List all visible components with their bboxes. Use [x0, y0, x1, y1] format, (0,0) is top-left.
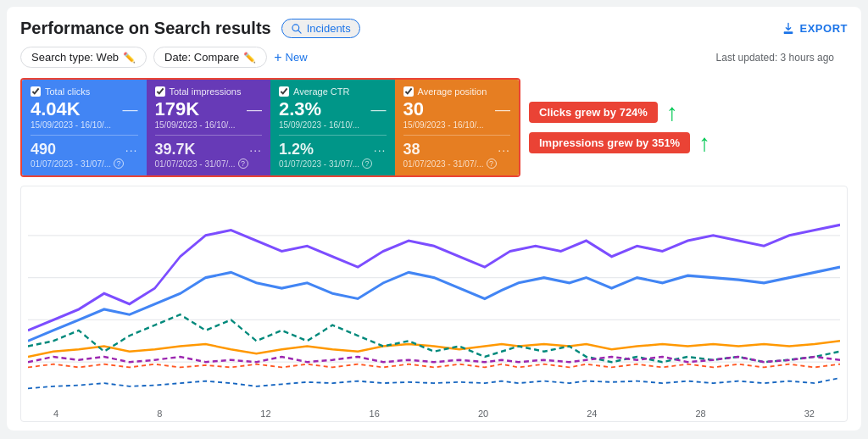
- date-label: Date: Compare: [164, 51, 239, 64]
- svg-line-1: [298, 30, 301, 32]
- date-edit-icon: ✏️: [243, 52, 256, 64]
- position-label: Average position: [418, 86, 487, 97]
- x-label-7: 28: [695, 408, 705, 419]
- metric-label-impressions: Total impressions: [155, 86, 263, 97]
- metrics-grid: Total clicks 4.04K — 15/09/2023 - 16/10/…: [20, 78, 520, 177]
- last-updated: Last updated: 3 hours ago ?: [716, 52, 848, 64]
- metric-bottom-ctr: 1.2% ··· 01/07/2023 - 31/07/... ?: [279, 141, 387, 169]
- clicks-date: 15/09/2023 - 16/10/...: [31, 120, 138, 130]
- metric-label-clicks: Total clicks: [31, 86, 138, 97]
- plus-icon: +: [274, 50, 281, 65]
- metric-bottom-impressions: 39.7K ··· 01/07/2023 - 31/07/... ?: [155, 141, 263, 169]
- impressions-annotation-badge: Impressions grew by 351%: [529, 132, 690, 153]
- x-label-6: 24: [587, 408, 597, 419]
- position-dash[interactable]: —: [495, 101, 510, 119]
- x-label-8: 32: [804, 408, 815, 419]
- clicks-dash[interactable]: —: [123, 101, 138, 119]
- metric-card-ctr: Average CTR 2.3% — 15/09/2023 - 16/10/..…: [270, 80, 395, 175]
- metric-value-row-ctr: 2.3% —: [279, 98, 387, 120]
- ctr-value: 2.3%: [279, 98, 321, 120]
- impressions-label: Total impressions: [170, 86, 242, 97]
- last-updated-text: Last updated: 3 hours ago: [716, 52, 834, 64]
- clicks-value: 4.04K: [31, 98, 81, 120]
- metric-top-position: Average position 30 — 15/09/2023 - 16/10…: [403, 86, 511, 136]
- position-compare-date: 01/07/2023 - 31/07/... ?: [403, 158, 511, 169]
- metric-value-row-position: 30 —: [403, 98, 511, 120]
- impressions-value: 179K: [155, 98, 200, 120]
- ctr-dash[interactable]: —: [371, 101, 387, 119]
- clicks-info-icon[interactable]: ?: [114, 158, 124, 169]
- position-value: 30: [403, 98, 424, 120]
- search-type-filter[interactable]: Search type: Web ✏️: [20, 47, 147, 68]
- annotations-panel: Clicks grew by 724% ↑ Impressions grew b…: [529, 78, 848, 177]
- x-label-1: 4: [53, 408, 58, 419]
- ctr-date: 15/09/2023 - 16/10/...: [279, 120, 387, 130]
- info-icon[interactable]: ?: [837, 53, 848, 63]
- x-label-5: 20: [478, 408, 488, 419]
- metric-bottom-clicks: 490 ··· 01/07/2023 - 31/07/... ?: [31, 141, 138, 169]
- export-label: EXPORT: [800, 22, 848, 35]
- incidents-button[interactable]: Incidents: [281, 19, 360, 38]
- clicks-dots[interactable]: ···: [125, 143, 138, 157]
- compare-row-impressions: 39.7K ···: [155, 141, 263, 158]
- ctr-compare-date: 01/07/2023 - 31/07/... ?: [279, 158, 387, 169]
- clicks-annotation-badge: Clicks grew by 724%: [529, 102, 658, 123]
- position-checkbox[interactable]: [403, 86, 414, 97]
- header-row: Performance on Search results Incidents …: [20, 19, 848, 38]
- clicks-compare-value: 490: [31, 141, 56, 158]
- x-label-4: 16: [370, 408, 380, 419]
- filter-row: Search type: Web ✏️ Date: Compare ✏️ + N…: [20, 47, 848, 68]
- metric-value-row-impressions: 179K —: [155, 98, 263, 120]
- date-filter[interactable]: Date: Compare ✏️: [153, 47, 267, 68]
- header-left: Performance on Search results Incidents: [20, 19, 360, 38]
- compare-row-ctr: 1.2% ···: [279, 141, 387, 158]
- search-type-label: Search type: Web: [31, 51, 119, 64]
- impressions-compare-value: 39.7K: [155, 141, 196, 158]
- metric-card-clicks: Total clicks 4.04K — 15/09/2023 - 16/10/…: [22, 80, 147, 175]
- impressions-arrow-up: ↑: [698, 131, 710, 155]
- impressions-checkbox[interactable]: [155, 86, 165, 97]
- x-label-2: 8: [157, 408, 162, 419]
- ctr-info-icon[interactable]: ?: [362, 158, 372, 169]
- export-icon: [782, 22, 795, 36]
- metric-label-position: Average position: [403, 86, 511, 97]
- incidents-label: Incidents: [307, 22, 351, 35]
- clicks-arrow-up: ↑: [666, 101, 678, 125]
- chart-area: 4 8 12 16 20 24 28 32: [20, 186, 848, 422]
- impressions-date: 15/09/2023 - 16/10/...: [155, 120, 263, 130]
- metric-card-position: Average position 30 — 15/09/2023 - 16/10…: [395, 80, 520, 175]
- line-chart: [28, 193, 840, 404]
- clicks-label: Total clicks: [45, 86, 90, 97]
- compare-row-position: 38 ···: [403, 141, 511, 158]
- impressions-info-icon[interactable]: ?: [238, 158, 248, 169]
- impressions-dash[interactable]: —: [247, 101, 262, 119]
- search-icon: [291, 23, 303, 35]
- metric-top-clicks: Total clicks 4.04K — 15/09/2023 - 16/10/…: [31, 86, 138, 136]
- impressions-compare-date: 01/07/2023 - 31/07/... ?: [155, 158, 263, 169]
- metric-top-ctr: Average CTR 2.3% — 15/09/2023 - 16/10/..…: [279, 86, 387, 136]
- new-label: New: [286, 51, 308, 64]
- ctr-dots[interactable]: ···: [374, 143, 387, 157]
- page-title: Performance on Search results: [20, 19, 271, 38]
- ctr-checkbox[interactable]: [279, 86, 289, 97]
- position-info-icon[interactable]: ?: [487, 158, 497, 169]
- metric-top-impressions: Total impressions 179K — 15/09/2023 - 16…: [155, 86, 263, 136]
- metric-label-ctr: Average CTR: [279, 86, 387, 97]
- ctr-compare-value: 1.2%: [279, 141, 314, 158]
- export-button[interactable]: EXPORT: [782, 22, 848, 36]
- compare-row-clicks: 490 ···: [31, 141, 138, 158]
- metric-bottom-position: 38 ··· 01/07/2023 - 31/07/... ?: [403, 141, 511, 169]
- new-button[interactable]: + New: [274, 50, 307, 65]
- metric-value-row-clicks: 4.04K —: [31, 98, 138, 120]
- clicks-annotation-item: Clicks grew by 724% ↑: [529, 101, 848, 125]
- main-container: Performance on Search results Incidents …: [7, 7, 861, 431]
- metrics-annotations-row: Total clicks 4.04K — 15/09/2023 - 16/10/…: [20, 78, 848, 177]
- position-dots[interactable]: ···: [498, 143, 510, 157]
- clicks-compare-date: 01/07/2023 - 31/07/... ?: [31, 158, 138, 169]
- x-axis-labels: 4 8 12 16 20 24 28 32: [28, 408, 840, 419]
- ctr-label: Average CTR: [293, 86, 349, 97]
- position-date: 15/09/2023 - 16/10/...: [403, 120, 511, 130]
- metric-card-impressions: Total impressions 179K — 15/09/2023 - 16…: [147, 80, 271, 175]
- impressions-dots[interactable]: ···: [249, 143, 262, 157]
- clicks-checkbox[interactable]: [31, 86, 41, 97]
